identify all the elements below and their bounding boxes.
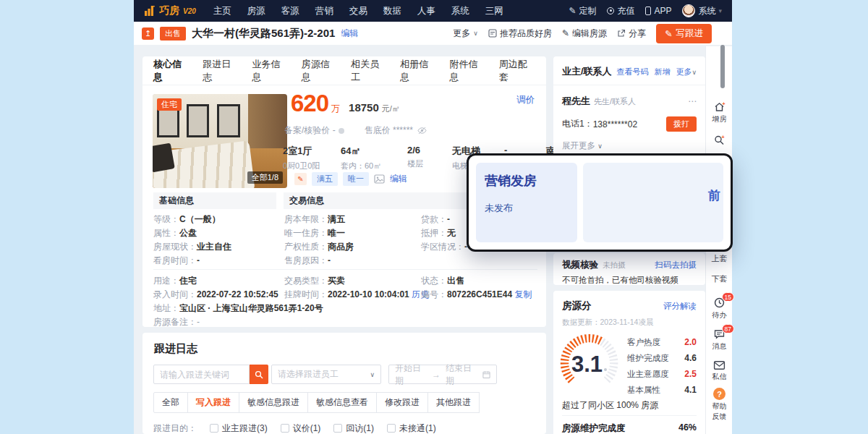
ellipsis-menu-icon[interactable]: ⋯ <box>688 96 697 106</box>
detail-tabs: 核心信息 跟进日志 业务信息 房源信息 相关员工 相册信息 附件信息 周边配套 <box>142 56 546 85</box>
popup-action-link[interactable]: 前 <box>708 187 720 204</box>
more-menu[interactable]: 更多∨ <box>453 27 478 40</box>
date-range-picker[interactable]: 开始日期 → 结束日期 <box>388 365 497 384</box>
info-row: 产权性质：商品房 <box>284 240 354 254</box>
nav-item-home[interactable]: 主页 <box>213 5 231 17</box>
staff-select[interactable]: 请选择跟进员工∨ <box>271 365 381 384</box>
app-link[interactable]: APP <box>645 6 671 16</box>
metric-owner-willingness: 业主意愿度2.5 <box>627 369 697 385</box>
tab-surroundings[interactable]: 周边配套 <box>499 58 535 84</box>
write-followup-button[interactable]: ✎写跟进 <box>656 24 712 43</box>
tab-listing-info[interactable]: 房源信息 <box>302 58 338 84</box>
recommend-link[interactable]: 推荐品质好房 <box>488 27 552 40</box>
nav-item-deals[interactable]: 交易 <box>349 5 367 17</box>
checkbox[interactable] <box>333 424 342 433</box>
share-link[interactable]: 分享 <box>617 27 646 40</box>
recharge-link[interactable]: 充值 <box>607 5 634 17</box>
info-row: 唯一住房：唯一 <box>284 226 354 240</box>
app-window: 巧房 V20 主页 房源 客源 营销 交易 数据 人事 系统 三网 ✎定制 充值… <box>134 0 732 434</box>
purpose-no-answer[interactable]: 未接通(1) <box>387 422 436 434</box>
add-customer-button[interactable]: + <box>706 135 733 146</box>
top-navbar: 巧房 V20 主页 房源 客源 营销 交易 数据 人事 系统 三网 ✎定制 充值… <box>134 0 732 22</box>
tab-attachments[interactable]: 附件信息 <box>450 58 486 84</box>
ftab-write[interactable]: 写入跟进 <box>187 392 239 413</box>
popup-secondary-panel[interactable]: 前 <box>583 163 723 242</box>
checkbox[interactable] <box>281 424 289 433</box>
todo-button[interactable]: 15 待办 <box>706 297 733 320</box>
tag-manwu: 满五 <box>312 172 338 186</box>
eye-off-icon[interactable] <box>417 127 427 135</box>
pin-top-icon[interactable]: ↥ <box>142 27 154 40</box>
account-menu[interactable]: 系统▾ <box>682 4 722 17</box>
checkbox[interactable] <box>210 424 218 433</box>
next-listing-button[interactable]: 下套 <box>706 273 733 284</box>
adjust-price-link[interactable]: 调价 <box>516 94 535 106</box>
property-photo[interactable]: 住宅 全部1/8 <box>153 94 287 188</box>
nav-item-system[interactable]: 系统 <box>451 5 469 17</box>
edit-house-link[interactable]: ✎编辑房源 <box>562 27 607 40</box>
nav-item-listings[interactable]: 房源 <box>247 5 265 17</box>
tab-core-info[interactable]: 核心信息 <box>153 58 190 84</box>
score-explain-link[interactable]: 评分解读 <box>663 301 697 312</box>
calendar-icon <box>482 370 490 379</box>
direct-message-button[interactable]: 私信 <box>706 360 733 382</box>
popup-status: 未发布 <box>485 202 569 215</box>
add-contact-link[interactable]: 新增 <box>654 67 670 77</box>
tab-business-info[interactable]: 业务信息 <box>252 58 289 84</box>
status-badge: 出售 <box>160 27 186 41</box>
popup-panel[interactable]: 营销发房 未发布 <box>476 163 577 242</box>
purpose-filter-row: 跟进目的： 业主跟进(3) 议价(1) 回访(1) 未接通(1) <box>153 422 436 434</box>
scan-to-shoot-link[interactable]: 扫码去拍摄 <box>655 260 697 271</box>
customize-link[interactable]: ✎定制 <box>569 5 596 17</box>
pen-tag-icon[interactable]: ✎ <box>294 173 307 185</box>
tab-followup-log[interactable]: 跟进日志 <box>203 58 239 84</box>
spec-area: 64㎡套内：60㎡ <box>341 145 397 171</box>
title-edit-link[interactable]: 编辑 <box>341 27 358 40</box>
ftab-other[interactable]: 其他跟进 <box>427 392 480 413</box>
prev-listing-button[interactable]: 上套 <box>706 253 733 264</box>
marketing-publish-popup: 营销发房 未发布 前 <box>467 153 733 252</box>
chevron-down-icon: ∨ <box>597 142 603 150</box>
image-icon[interactable] <box>374 174 385 184</box>
copy-link[interactable]: 复制 <box>514 289 532 299</box>
view-number-link[interactable]: 查看号码 <box>616 67 648 77</box>
info-row: 房本年限：满五 <box>284 213 354 226</box>
tag-weiyi: 唯一 <box>343 172 369 186</box>
date-start: 开始日期 <box>395 362 427 387</box>
score-metrics: 客户热度2.0 维护完成度4.6 业主意愿度2.5 基本属性4.1 <box>627 337 697 401</box>
add-house-button[interactable]: + 增房 <box>706 101 733 124</box>
question-icon: ? <box>713 388 726 400</box>
purpose-bargain[interactable]: 议价(1) <box>281 422 321 434</box>
brand-logo[interactable]: 巧房 V20 <box>144 4 196 17</box>
nav-item-marketing[interactable]: 营销 <box>315 5 333 17</box>
arrow-right-icon: → <box>432 370 441 380</box>
tags-edit-link[interactable]: 编辑 <box>390 173 407 185</box>
maintenance-completion-row: 房源维护完成度46% <box>562 422 697 434</box>
purpose-owner-follow[interactable]: 业主跟进(3) <box>210 422 268 434</box>
nav-item-customers[interactable]: 客源 <box>281 5 299 17</box>
ftab-all[interactable]: 全部 <box>153 392 188 413</box>
score-gauge: 3.1 <box>555 328 624 397</box>
expand-more-link[interactable]: 展开更多 ∨ <box>553 132 705 151</box>
nav-item-data[interactable]: 数据 <box>383 5 401 17</box>
call-button[interactable]: 拨打 <box>666 116 697 132</box>
ftab-sensitive-follow[interactable]: 敏感信息跟进 <box>239 392 308 413</box>
scrollbar[interactable] <box>720 45 725 88</box>
followup-search-input[interactable] <box>153 365 250 384</box>
checkbox[interactable] <box>387 424 396 433</box>
tab-related-staff[interactable]: 相关员工 <box>351 58 387 84</box>
nav-item-sanwang[interactable]: 三网 <box>485 5 503 17</box>
ftab-sensitive-view[interactable]: 敏感信息查看 <box>307 392 377 413</box>
purpose-callback[interactable]: 回访(1) <box>333 422 374 434</box>
info-dot-icon[interactable] <box>339 128 344 134</box>
nav-item-hr[interactable]: 人事 <box>417 5 435 17</box>
code-field: 编号：807226C451E44 复制 <box>421 289 532 301</box>
ftab-modify[interactable]: 修改跟进 <box>376 392 428 413</box>
help-feedback-button[interactable]: ? 帮助 反馈 <box>706 388 733 422</box>
status-field: 状态：出售 <box>421 275 464 287</box>
owner-more-link[interactable]: 更多∨ <box>676 67 697 77</box>
tab-album[interactable]: 相册信息 <box>400 58 436 84</box>
photo-counter[interactable]: 全部1/8 <box>247 171 283 184</box>
search-button[interactable] <box>250 365 268 384</box>
messages-button[interactable]: 87 消息 <box>706 328 733 352</box>
